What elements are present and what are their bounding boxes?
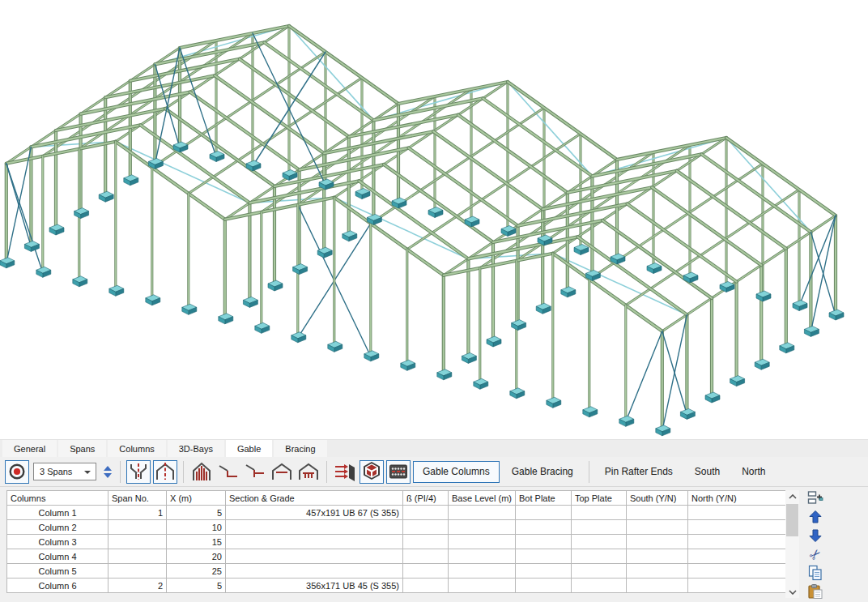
grid-cell[interactable]: 2 bbox=[108, 579, 167, 593]
grid-cell[interactable] bbox=[226, 535, 403, 549]
grid-cell[interactable] bbox=[626, 564, 687, 579]
grid-cell[interactable] bbox=[515, 520, 571, 535]
grid-cell[interactable]: 1 bbox=[108, 506, 167, 520]
grid-cell[interactable]: 10 bbox=[167, 520, 226, 535]
cube-3d-button[interactable] bbox=[360, 460, 384, 484]
grid-cell[interactable] bbox=[226, 564, 403, 579]
grid-cell[interactable] bbox=[571, 506, 626, 520]
scroll-up-button[interactable] bbox=[785, 490, 799, 502]
grid-cell[interactable] bbox=[403, 579, 449, 593]
gable-bracing-button[interactable]: Gable Bracing bbox=[502, 461, 583, 483]
grid-cell[interactable] bbox=[449, 520, 516, 535]
move-down-button[interactable] bbox=[805, 527, 826, 544]
grid-cell[interactable] bbox=[403, 549, 449, 564]
grid-cell[interactable] bbox=[515, 549, 571, 564]
grid-cell[interactable]: 5 bbox=[167, 506, 226, 520]
tab-bracing[interactable]: Bracing bbox=[274, 440, 326, 458]
grid-cell[interactable] bbox=[687, 579, 792, 593]
grid-cell[interactable] bbox=[515, 535, 571, 549]
grid-cell[interactable] bbox=[571, 535, 626, 549]
table-scrollbar[interactable] bbox=[785, 490, 799, 598]
grid-row-label[interactable]: Column 1 bbox=[7, 506, 108, 520]
grid-cell[interactable] bbox=[449, 564, 516, 579]
grid-cell[interactable] bbox=[687, 564, 792, 579]
grid-cell[interactable] bbox=[449, 579, 516, 593]
rafter-tee-button[interactable] bbox=[243, 460, 267, 484]
grid-cell[interactable]: 15 bbox=[167, 535, 226, 549]
row-edit-toolbar: ✂ bbox=[805, 489, 826, 600]
grid-cell[interactable] bbox=[108, 535, 167, 549]
grid-cell[interactable] bbox=[571, 520, 626, 535]
record-target-button[interactable] bbox=[5, 460, 29, 484]
grid-cell[interactable] bbox=[515, 579, 571, 593]
move-up-button[interactable] bbox=[805, 508, 826, 526]
gable-centerline-button[interactable] bbox=[153, 460, 177, 484]
tab-spans[interactable]: Spans bbox=[58, 440, 106, 458]
scrollbar-thumb[interactable] bbox=[786, 504, 798, 536]
north-button[interactable]: North bbox=[732, 461, 775, 483]
grid-row-label[interactable]: Column 6 bbox=[7, 579, 108, 593]
portal-tie-posts-icon bbox=[297, 461, 320, 482]
grid-cell[interactable]: 25 bbox=[167, 564, 226, 579]
grid-cell[interactable] bbox=[108, 564, 167, 579]
tab-general[interactable]: General bbox=[2, 440, 57, 458]
load-wall-arrows-icon bbox=[334, 461, 356, 482]
grid-cell[interactable] bbox=[403, 520, 449, 535]
grid-cell[interactable] bbox=[571, 549, 626, 564]
grid-cell[interactable] bbox=[687, 520, 792, 535]
grid-cell[interactable] bbox=[108, 520, 167, 535]
grid-cell[interactable] bbox=[403, 564, 449, 579]
grid-row-label[interactable]: Column 4 bbox=[7, 549, 108, 564]
tab-columns[interactable]: Columns bbox=[108, 440, 165, 458]
header-south-yn: South (Y/N) bbox=[626, 491, 687, 506]
south-button[interactable]: South bbox=[685, 461, 730, 483]
grid-cell[interactable] bbox=[449, 549, 516, 564]
grid-cell[interactable] bbox=[108, 549, 167, 564]
grid-cell[interactable]: 5 bbox=[167, 579, 226, 593]
pin-rafter-ends-button[interactable]: Pin Rafter Ends bbox=[595, 461, 683, 483]
model-viewport[interactable] bbox=[0, 0, 868, 439]
tab-gable[interactable]: Gable bbox=[226, 440, 272, 458]
grid-cell[interactable] bbox=[626, 549, 687, 564]
portal-tie-button[interactable] bbox=[270, 460, 294, 484]
grid-cell[interactable]: 20 bbox=[167, 549, 226, 564]
grid-table-button[interactable] bbox=[386, 460, 411, 484]
grid-cell[interactable] bbox=[626, 506, 687, 520]
gable-post-button[interactable] bbox=[126, 460, 151, 484]
gable-columns-fill-button[interactable] bbox=[189, 460, 214, 484]
paste-button[interactable] bbox=[805, 583, 826, 600]
grid-row-label[interactable]: Column 5 bbox=[7, 564, 108, 579]
scroll-down-button[interactable] bbox=[785, 586, 799, 598]
grid-cell[interactable]: 457x191 UB 67 (S 355) bbox=[226, 506, 403, 520]
add-row-button[interactable] bbox=[805, 489, 826, 507]
grid-cell[interactable] bbox=[226, 520, 403, 535]
grid-cell[interactable] bbox=[687, 549, 792, 564]
portal-tie-posts-button[interactable] bbox=[296, 460, 321, 484]
grid-cell[interactable] bbox=[403, 506, 449, 520]
grid-cell[interactable] bbox=[687, 535, 792, 549]
grid-cell[interactable] bbox=[571, 579, 626, 593]
grid-cell[interactable] bbox=[449, 506, 516, 520]
grid-row-label[interactable]: Column 3 bbox=[7, 535, 108, 549]
eaves-corner-button[interactable] bbox=[216, 460, 240, 484]
grid-cell[interactable] bbox=[515, 506, 571, 520]
grid-cell[interactable] bbox=[626, 520, 687, 535]
grid-cell[interactable] bbox=[626, 535, 687, 549]
spans-spinner[interactable] bbox=[101, 466, 114, 478]
grid-cell[interactable] bbox=[687, 506, 792, 520]
grid-row-label[interactable]: Column 2 bbox=[7, 520, 108, 535]
copy-button[interactable] bbox=[805, 564, 826, 582]
grid-cell[interactable] bbox=[626, 579, 687, 593]
load-wall-arrows-button[interactable] bbox=[333, 460, 357, 484]
grid-table-icon bbox=[388, 461, 409, 482]
cut-button[interactable]: ✂ bbox=[805, 545, 826, 563]
tab-3d-bays[interactable]: 3D-Bays bbox=[168, 440, 224, 458]
gable-columns-button[interactable]: Gable Columns bbox=[413, 461, 500, 483]
grid-cell[interactable] bbox=[571, 564, 626, 579]
grid-cell[interactable] bbox=[403, 535, 449, 549]
grid-cell[interactable] bbox=[515, 564, 571, 579]
grid-cell[interactable] bbox=[449, 535, 516, 549]
spans-count-select[interactable]: 3 Spans bbox=[33, 463, 96, 480]
grid-cell[interactable] bbox=[226, 549, 403, 564]
grid-cell[interactable]: 356x171 UB 45 (S 355) bbox=[226, 579, 403, 593]
